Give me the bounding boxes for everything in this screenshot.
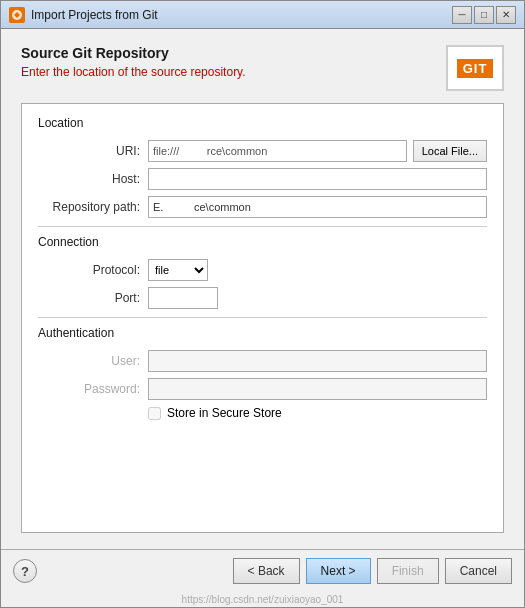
- authentication-section-label: Authentication: [38, 326, 487, 342]
- connection-section-label: Connection: [38, 235, 487, 251]
- location-section-label: Location: [38, 116, 487, 132]
- store-checkbox-row: Store in Secure Store: [148, 406, 487, 420]
- user-input[interactable]: [148, 350, 487, 372]
- user-row: User:: [38, 350, 487, 372]
- close-button[interactable]: ✕: [496, 6, 516, 24]
- uri-row: URI: Local File...: [38, 140, 487, 162]
- finish-button[interactable]: Finish: [377, 558, 439, 584]
- user-label: User:: [38, 354, 148, 368]
- page-subtitle: Enter the location of the source reposit…: [21, 65, 436, 79]
- watermark: https://blog.csdn.net/zuixiaoyao_001: [1, 592, 524, 607]
- maximize-button[interactable]: □: [474, 6, 494, 24]
- port-label: Port:: [38, 291, 148, 305]
- footer-right: < Back Next > Finish Cancel: [233, 558, 512, 584]
- password-label: Password:: [38, 382, 148, 396]
- help-button[interactable]: ?: [13, 559, 37, 583]
- port-row: Port:: [38, 287, 487, 309]
- uri-input-group: Local File...: [148, 140, 487, 162]
- window-icon: [9, 7, 25, 23]
- repo-path-label: Repository path:: [38, 200, 148, 214]
- page-header: Source Git Repository Enter the location…: [21, 45, 504, 91]
- store-checkbox[interactable]: [148, 407, 161, 420]
- title-bar: Import Projects from Git ─ □ ✕: [1, 1, 524, 29]
- protocol-label: Protocol:: [38, 263, 148, 277]
- uri-input[interactable]: [148, 140, 407, 162]
- store-label: Store in Secure Store: [167, 406, 282, 420]
- git-logo: GIT: [446, 45, 504, 91]
- host-label: Host:: [38, 172, 148, 186]
- back-button[interactable]: < Back: [233, 558, 300, 584]
- password-row: Password:: [38, 378, 487, 400]
- repo-path-input[interactable]: [148, 196, 487, 218]
- dialog-content: Source Git Repository Enter the location…: [1, 29, 524, 549]
- protocol-row: Protocol: file git http https ssh: [38, 259, 487, 281]
- minimize-button[interactable]: ─: [452, 6, 472, 24]
- git-logo-text: GIT: [457, 59, 494, 78]
- host-input[interactable]: [148, 168, 487, 190]
- protocol-select[interactable]: file git http https ssh: [148, 259, 208, 281]
- password-input[interactable]: [148, 378, 487, 400]
- uri-label: URI:: [38, 144, 148, 158]
- footer-left: ?: [13, 559, 37, 583]
- window-title: Import Projects from Git: [31, 8, 452, 22]
- port-input[interactable]: [148, 287, 218, 309]
- header-text: Source Git Repository Enter the location…: [21, 45, 436, 79]
- host-row: Host:: [38, 168, 487, 190]
- cancel-button[interactable]: Cancel: [445, 558, 512, 584]
- local-file-button[interactable]: Local File...: [413, 140, 487, 162]
- dialog-footer: ? < Back Next > Finish Cancel: [1, 549, 524, 592]
- repo-path-row: Repository path:: [38, 196, 487, 218]
- main-window: Import Projects from Git ─ □ ✕ Source Gi…: [0, 0, 525, 608]
- form-body: Location URI: Local File... Host: Reposi…: [21, 103, 504, 533]
- window-controls: ─ □ ✕: [452, 6, 516, 24]
- next-button[interactable]: Next >: [306, 558, 371, 584]
- page-title: Source Git Repository: [21, 45, 436, 61]
